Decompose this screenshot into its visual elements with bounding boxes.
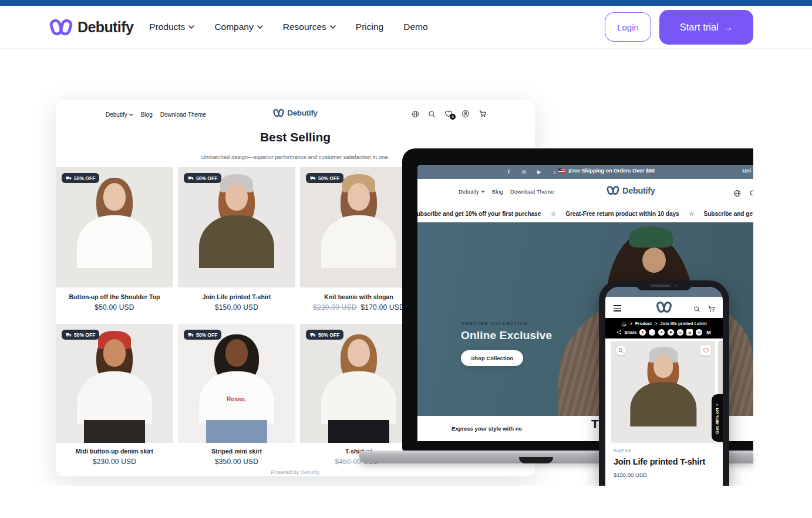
nav-item-company[interactable]: Company: [214, 22, 262, 32]
zoom-icon[interactable]: [616, 346, 626, 356]
nav-item-pricing[interactable]: Pricing: [356, 22, 383, 32]
product-caption: Join Life printed T-shirt $150.00 USD: [178, 293, 295, 312]
search-icon[interactable]: [693, 303, 700, 314]
product-card[interactable]: 50% OFF: [56, 324, 173, 443]
product-name[interactable]: Midi button-up denim skirt: [56, 448, 173, 455]
chevron-down-icon: [188, 25, 194, 29]
gmail-share-icon[interactable]: M: [705, 329, 712, 336]
phone-breadcrumb-strip: > Product > Join life printed t-shirt Sh…: [605, 318, 723, 338]
nav-item-demo[interactable]: Demo: [403, 22, 427, 32]
phone-camera: [675, 284, 678, 287]
nav-links: Products Company Resources Pricing Demo: [149, 22, 427, 32]
shop-collection-button[interactable]: Shop Collection: [461, 350, 523, 366]
truck-icon: [188, 176, 194, 180]
breadcrumb: > Product > Join life printed t-shirt: [605, 321, 723, 327]
chevron-down-icon: [257, 25, 263, 29]
breadcrumb-product[interactable]: Product: [635, 321, 652, 326]
x-share-icon[interactable]: ×: [658, 329, 665, 336]
share-label: Share: [625, 330, 637, 335]
product-name[interactable]: Button-up off the Shoulder Top: [56, 293, 173, 300]
wishlist-heart-icon[interactable]: 0: [444, 110, 453, 118]
butterfly-logo-icon[interactable]: [656, 301, 672, 313]
product-price: $230.00 USD: [56, 458, 173, 466]
instagram-icon[interactable]: ◎: [520, 167, 528, 176]
marquee-text: Subscribe and get 10% off your first pur…: [417, 211, 541, 217]
product-name[interactable]: Join Life printed T-shirt: [178, 293, 295, 300]
pinterest-share-icon[interactable]: P: [668, 329, 674, 336]
nav-item-products[interactable]: Products: [149, 22, 194, 32]
product-image[interactable]: [611, 341, 715, 443]
phone-mockup: > Product > Join life printed t-shirt Sh…: [599, 280, 729, 486]
section-heading: Best Selling: [56, 130, 535, 144]
messenger-share-icon[interactable]: →: [649, 329, 655, 336]
start-trial-button[interactable]: Start trial →: [659, 10, 753, 45]
storefront-logo: Debutify: [607, 185, 655, 195]
product-card[interactable]: Rosso. 50% OFF: [178, 324, 295, 443]
nav-item-resources[interactable]: Resources: [283, 22, 336, 32]
youtube-icon[interactable]: ▶: [535, 167, 544, 176]
storefront-menu-blog[interactable]: Blog: [141, 111, 153, 118]
cart-icon[interactable]: [479, 110, 487, 118]
product-image: 50% OFF: [56, 167, 173, 287]
shipping-announcement: Free Shipping on Orders Over $50: [558, 168, 655, 174]
product-card[interactable]: 50% OFF: [56, 167, 173, 287]
storefront-menu-debutify[interactable]: Debutify: [459, 188, 485, 195]
us-flag-icon: [558, 168, 565, 173]
language-globe-icon[interactable]: [412, 110, 419, 118]
account-icon[interactable]: [461, 110, 470, 118]
breadcrumb-current-page: Join life printed t-shirt: [660, 321, 706, 326]
arrow-up-icon: ▲: [716, 402, 719, 406]
product-card[interactable]: 50% OFF: [300, 167, 417, 287]
search-icon[interactable]: [749, 188, 753, 198]
hero-eyebrow: SWEATER COLLECTION: [461, 321, 528, 326]
phone-screen: > Product > Join life printed t-shirt Sh…: [605, 287, 723, 486]
breadcrumb-separator: >: [655, 321, 657, 326]
section-heading-fragment: T: [591, 417, 599, 431]
hamburger-menu-icon[interactable]: [614, 305, 621, 313]
search-icon[interactable]: [428, 110, 436, 118]
product-card[interactable]: 50% OFF: [178, 167, 295, 287]
product-image: 50% OFF: [300, 324, 417, 443]
storefront-menu-download-theme[interactable]: Download Theme: [510, 188, 554, 195]
share-row: Share f → × P ☏ in ✉ M: [605, 329, 723, 336]
country-selector[interactable]: Uni: [743, 168, 752, 174]
product-photo: [56, 324, 173, 443]
promo-tab[interactable]: ▲ Get 40% off: [712, 394, 723, 442]
product-name[interactable]: Knit beanie with slogan: [300, 293, 417, 300]
wishlist-count-badge: 0: [450, 114, 456, 120]
tiktok-icon[interactable]: ♪: [550, 167, 559, 176]
top-accent-bar: [0, 0, 812, 6]
discount-badge: 50% OFF: [184, 330, 221, 340]
nav-item-label: Company: [214, 22, 253, 32]
discount-badge: 50% OFF: [62, 173, 99, 183]
truck-icon: [310, 333, 316, 337]
discount-badge-label: 50% OFF: [74, 175, 95, 181]
product-info: GUESS Join Life printed T-shirt $150.00 …: [614, 449, 717, 478]
tshirt-print-text: Rosso.: [227, 396, 246, 402]
product-name[interactable]: Striped mini skirt: [178, 448, 295, 455]
facebook-icon[interactable]: f: [504, 167, 513, 176]
product-price: $50.00 USD: [56, 303, 173, 312]
star-icon: ☆: [689, 210, 695, 218]
product-card[interactable]: 50% OFF: [300, 324, 417, 443]
share-icon[interactable]: [616, 330, 622, 336]
facebook-share-icon[interactable]: f: [639, 329, 646, 336]
storefront-menu-debutify[interactable]: Debutify: [106, 111, 133, 118]
language-globe-icon[interactable]: [733, 188, 741, 198]
home-icon[interactable]: [621, 321, 626, 327]
cart-icon[interactable]: [707, 303, 715, 314]
whatsapp-share-icon[interactable]: ☏: [677, 329, 683, 336]
email-share-icon[interactable]: ✉: [696, 329, 702, 336]
breadcrumb-separator: >: [629, 321, 632, 326]
storefront-menu-download-theme[interactable]: Download Theme: [160, 111, 206, 118]
laptop-storefront-nav: Debutify Blog Download Theme Debutify: [417, 179, 753, 205]
debutify-logo[interactable]: Debutify: [49, 18, 133, 36]
powered-by-label: Powered by: [271, 469, 299, 475]
linkedin-share-icon[interactable]: in: [686, 329, 693, 336]
main-navigation: Debutify Products Company Resources Pric…: [0, 6, 812, 49]
wishlist-heart-icon[interactable]: [700, 345, 711, 356]
discount-badge: 50% OFF: [306, 330, 343, 340]
powered-by-brand[interactable]: Debutify: [301, 469, 320, 475]
login-button[interactable]: Login: [605, 12, 651, 42]
storefront-menu-blog[interactable]: Blog: [492, 188, 503, 195]
